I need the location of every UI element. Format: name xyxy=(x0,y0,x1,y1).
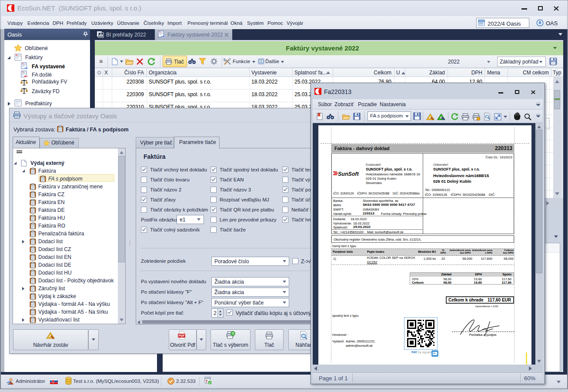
svg-text:SunSoft: SunSoft xyxy=(338,171,359,177)
svg-text:?: ? xyxy=(232,332,234,335)
svg-text:PDF: PDF xyxy=(179,334,185,337)
